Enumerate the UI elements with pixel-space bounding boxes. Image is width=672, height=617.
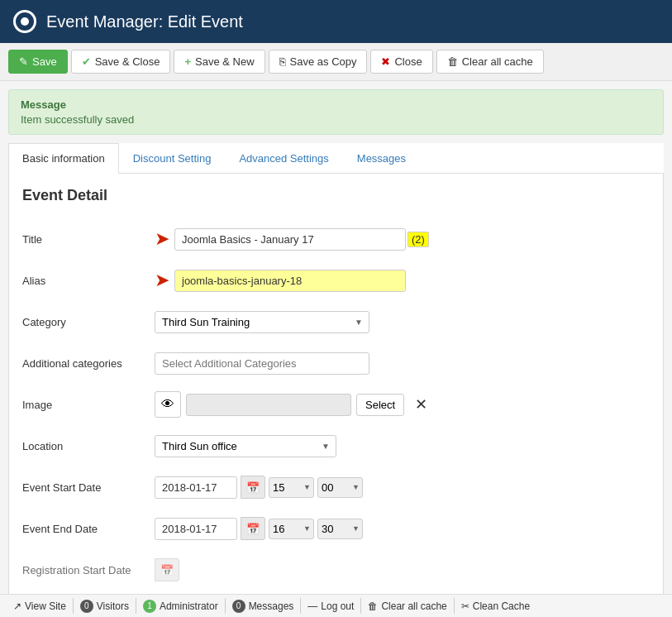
messages-label: Messages — [249, 600, 294, 611]
save-copy-button[interactable]: ⎘ Save as Copy — [269, 50, 368, 74]
reg-start-label: Registration Start Date — [22, 564, 155, 576]
message-body: Item successfully saved — [21, 113, 651, 126]
event-end-min-select[interactable]: 30 — [317, 519, 363, 539]
check-icon: ✔ — [82, 55, 91, 68]
location-group: Location Third Sun office — [22, 431, 650, 461]
eye-icon: 👁 — [161, 397, 174, 412]
event-start-calendar-button[interactable]: 📅 — [241, 476, 265, 499]
trash-icon-status: 🗑 — [368, 600, 378, 611]
toolbar: ✎ Save ✔ Save & Close + Save & New ⎘ Sav… — [0, 43, 672, 81]
alias-arrow-icon: ➤ — [155, 270, 169, 291]
clear-cache-button[interactable]: 🗑 Clear all cache — [436, 50, 544, 74]
title-arrow-icon: ➤ — [155, 228, 169, 250]
title-badge: (2) — [407, 232, 429, 247]
reg-start-date-group: 📅 — [155, 558, 179, 581]
event-end-group: Event End Date 📅 16 30 — [22, 514, 650, 543]
save-close-button[interactable]: ✔ Save & Close — [71, 50, 171, 74]
tab-advanced[interactable]: Advanced Settings — [225, 143, 342, 173]
image-clear-button[interactable]: ✕ — [409, 393, 432, 416]
calendar-icon-reg: 📅 — [160, 564, 174, 576]
location-label: Location — [22, 440, 155, 452]
title-input[interactable] — [174, 228, 406, 251]
save-icon: ✎ — [19, 55, 28, 68]
status-bar: ↗ View Site 0 Visitors 1 Administrator 0… — [0, 594, 672, 610]
image-select-button[interactable]: Select — [356, 394, 404, 416]
view-site-label: View Site — [25, 600, 66, 611]
alias-label: Alias — [22, 275, 155, 287]
category-select-wrapper: Third Sun Training — [155, 311, 369, 333]
logout-icon: — — [307, 600, 317, 611]
main-content: Event Detail Title ➤ (2) Alias ➤ Categor… — [8, 174, 664, 610]
alias-arrow-container: ➤ — [155, 270, 406, 292]
image-label: Image — [22, 399, 155, 411]
event-end-hour-wrapper: 16 — [269, 519, 314, 539]
calendar-icon: 📅 — [246, 481, 260, 494]
event-start-hour-wrapper: 15 — [269, 477, 314, 498]
additional-cats-label: Additional categories — [22, 357, 155, 370]
view-site-item[interactable]: ↗ View Site — [7, 598, 74, 610]
admin-badge: 1 — [143, 600, 156, 611]
trash-icon: 🗑 — [447, 55, 458, 68]
clear-cache-label: Clear all cache — [462, 55, 533, 68]
copy-icon: ⎘ — [279, 55, 286, 68]
event-end-date-group: 📅 16 30 — [155, 517, 363, 540]
page-title: Event Manager: Edit Event — [46, 12, 243, 31]
calendar-icon-end: 📅 — [246, 523, 260, 535]
image-field-container: 👁 Select ✕ — [155, 391, 432, 418]
event-end-date-input[interactable] — [155, 518, 237, 540]
event-end-calendar-button[interactable]: 📅 — [241, 517, 265, 540]
status-clear-cache-item[interactable]: 🗑 Clear all cache — [361, 598, 454, 610]
event-start-label: Event Start Date — [22, 481, 155, 494]
close-label: Close — [394, 55, 422, 68]
app-header: Event Manager: Edit Event — [0, 0, 672, 43]
tab-bar: Basic information Discount Setting Advan… — [8, 143, 664, 174]
view-site-icon: ↗ — [13, 600, 21, 611]
reg-start-group: Registration Start Date 📅 — [22, 555, 650, 585]
clean-cache-label: Clean Cache — [473, 600, 530, 611]
additional-cats-input[interactable] — [155, 352, 369, 375]
event-end-hour-select[interactable]: 16 — [269, 519, 314, 539]
messages-item[interactable]: 0 Messages — [226, 598, 302, 610]
event-end-min-wrapper: 30 — [317, 519, 363, 539]
title-label: Title — [22, 233, 155, 246]
event-start-min-select[interactable]: 00 — [317, 477, 363, 498]
app-logo-icon — [13, 10, 36, 33]
tab-basic[interactable]: Basic information — [8, 143, 119, 174]
plus-icon: + — [184, 55, 191, 68]
alias-group: Alias ➤ — [22, 265, 650, 295]
visitors-label: Visitors — [97, 600, 129, 611]
tab-discount[interactable]: Discount Setting — [119, 143, 226, 173]
save-label: Save — [32, 55, 57, 68]
admin-label: Administrator — [160, 600, 218, 611]
image-path-input[interactable] — [186, 394, 351, 416]
location-select[interactable]: Third Sun office — [155, 435, 336, 457]
visitors-item[interactable]: 0 Visitors — [74, 598, 136, 610]
logout-item[interactable]: — Log out — [301, 598, 361, 610]
event-end-label: Event End Date — [22, 523, 155, 535]
status-clear-cache-label: Clear all cache — [381, 600, 446, 611]
message-box: Message Item successfully saved — [8, 89, 664, 135]
save-new-button[interactable]: + Save & New — [174, 50, 265, 74]
visitors-badge: 0 — [80, 600, 93, 611]
clean-cache-item[interactable]: ✂ Clean Cache — [455, 598, 536, 610]
category-group: Category Third Sun Training — [22, 307, 650, 337]
image-preview-button[interactable]: 👁 — [155, 391, 181, 418]
category-select[interactable]: Third Sun Training — [155, 311, 369, 333]
save-new-label: Save & New — [195, 55, 255, 68]
reg-start-calendar-button[interactable]: 📅 — [155, 558, 179, 581]
event-start-date-group: 📅 15 00 — [155, 476, 363, 499]
admin-item[interactable]: 1 Administrator — [136, 598, 226, 610]
clean-cache-icon: ✂ — [461, 600, 469, 611]
save-copy-label: Save as Copy — [290, 55, 357, 68]
event-start-min-wrapper: 00 — [317, 477, 363, 498]
image-group: Image 👁 Select ✕ — [22, 390, 650, 419]
tab-messages[interactable]: Messages — [343, 143, 420, 173]
event-start-date-input[interactable] — [155, 476, 237, 499]
category-label: Category — [22, 316, 155, 328]
alias-input[interactable] — [174, 270, 406, 292]
event-start-hour-select[interactable]: 15 — [269, 477, 314, 498]
save-button[interactable]: ✎ Save — [8, 50, 68, 74]
title-group: Title ➤ (2) — [22, 224, 650, 254]
close-x-icon: ✖ — [381, 55, 390, 68]
close-button[interactable]: ✖ Close — [370, 50, 432, 74]
